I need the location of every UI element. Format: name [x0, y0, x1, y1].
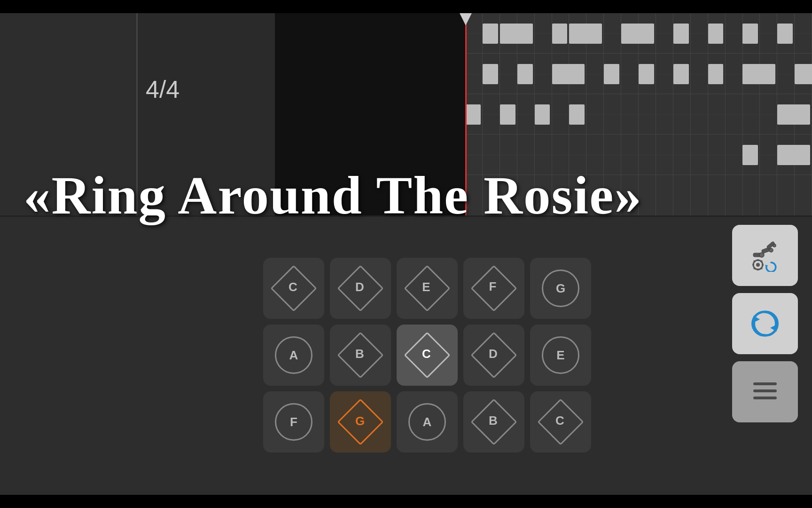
- v-cell: [604, 13, 621, 215]
- keyboard-area: C D E F: [136, 215, 718, 495]
- circle-label-G1: G: [556, 281, 565, 296]
- diamond-label-B2: B: [355, 347, 364, 361]
- diamond-F1: F: [471, 265, 517, 312]
- svg-marker-8: [765, 265, 768, 268]
- key-D2[interactable]: D: [463, 325, 524, 386]
- circle-label-F3: F: [290, 415, 297, 429]
- note-block: [604, 64, 619, 84]
- key-D1[interactable]: D: [330, 258, 391, 319]
- playhead: [465, 13, 467, 215]
- diamond-C1: C: [271, 265, 317, 312]
- note-block: [500, 104, 515, 125]
- diamond-C3: C: [538, 399, 584, 445]
- svg-rect-13: [753, 397, 777, 399]
- v-cell: [691, 13, 708, 215]
- note-block: [483, 64, 498, 84]
- diamond-label-D1: D: [355, 280, 364, 294]
- diamond-label-E1: E: [422, 280, 430, 294]
- key-F3[interactable]: F: [263, 391, 324, 452]
- diamond-D2: D: [471, 332, 517, 379]
- diamond-B3: B: [471, 399, 517, 445]
- top-bar: [0, 0, 812, 13]
- note-block: [569, 24, 602, 44]
- key-C2[interactable]: C: [397, 325, 458, 386]
- circle-A3: A: [408, 403, 446, 441]
- diamond-label-G3: G: [355, 414, 365, 429]
- key-C1[interactable]: C: [263, 258, 324, 319]
- diamond-G3: G: [337, 399, 384, 445]
- svg-point-5: [773, 244, 776, 247]
- diamond-B2: B: [337, 332, 384, 379]
- note-block: [673, 64, 689, 84]
- diamond-label-F1: F: [489, 279, 497, 294]
- circle-label-E2: E: [556, 348, 564, 363]
- v-cell: [760, 13, 777, 215]
- key-G3[interactable]: G: [330, 391, 391, 452]
- note-block: [795, 64, 812, 84]
- diamond-C2: C: [404, 332, 451, 379]
- bottom-bar: [0, 495, 812, 508]
- refresh-icon: [749, 307, 781, 340]
- note-block: [777, 104, 810, 125]
- diamond-label-B3: B: [489, 413, 498, 428]
- circle-E2: E: [542, 336, 579, 374]
- sequencer-area: [136, 13, 812, 215]
- v-cell: [708, 13, 726, 215]
- v-cell: [586, 13, 604, 215]
- v-cell: [656, 13, 673, 215]
- diamond-label-C3: C: [555, 413, 564, 428]
- note-block: [465, 104, 481, 125]
- diamond-label-D2: D: [489, 347, 498, 361]
- key-E2[interactable]: E: [530, 325, 591, 386]
- key-E1[interactable]: E: [397, 258, 458, 319]
- extra-icon: [749, 375, 781, 408]
- h-separator: [0, 215, 812, 217]
- note-block: [552, 24, 568, 44]
- time-signature: 4/4: [146, 75, 180, 103]
- robot-arm-icon: [749, 239, 781, 272]
- key-G1[interactable]: G: [530, 258, 591, 319]
- left-panel: [0, 13, 136, 495]
- circle-label-A2: A: [289, 348, 298, 363]
- circle-A2: A: [275, 336, 312, 374]
- key-A2[interactable]: A: [263, 325, 324, 386]
- v-cell: [743, 13, 760, 215]
- svg-marker-10: [770, 325, 777, 332]
- extra-button[interactable]: [732, 361, 798, 422]
- v-grid: [465, 13, 812, 215]
- note-block: [552, 64, 585, 84]
- refresh-button[interactable]: [732, 293, 798, 354]
- note-block: [621, 24, 654, 44]
- v-cell: [621, 13, 639, 215]
- note-block: [483, 24, 498, 44]
- seq-black-area: [275, 13, 465, 215]
- key-C3[interactable]: C: [530, 391, 591, 452]
- note-block: [639, 64, 654, 84]
- svg-point-3: [759, 253, 764, 257]
- svg-point-7: [756, 263, 760, 267]
- robot-arm-button[interactable]: [732, 225, 798, 286]
- svg-point-4: [769, 248, 773, 252]
- key-F1[interactable]: F: [463, 258, 524, 319]
- note-block: [777, 24, 793, 44]
- circle-G1: G: [542, 270, 579, 307]
- separator-line: [136, 13, 138, 215]
- note-block: [708, 24, 724, 44]
- right-panel: [718, 215, 812, 495]
- key-row-3: F G A B: [263, 391, 591, 452]
- svg-rect-11: [753, 382, 777, 385]
- v-cell: [552, 13, 570, 215]
- note-block: [742, 24, 758, 44]
- note-block: [673, 24, 689, 44]
- key-B2[interactable]: B: [330, 325, 391, 386]
- circle-label-A3: A: [423, 415, 432, 429]
- key-A3[interactable]: A: [397, 391, 458, 452]
- key-B3[interactable]: B: [463, 391, 524, 452]
- note-block: [742, 64, 775, 84]
- v-cell: [639, 13, 656, 215]
- note-block: [777, 145, 810, 165]
- note-block: [742, 145, 758, 165]
- key-row-2: A B C D: [263, 325, 591, 386]
- note-grid: [465, 13, 812, 215]
- v-cell: [726, 13, 743, 215]
